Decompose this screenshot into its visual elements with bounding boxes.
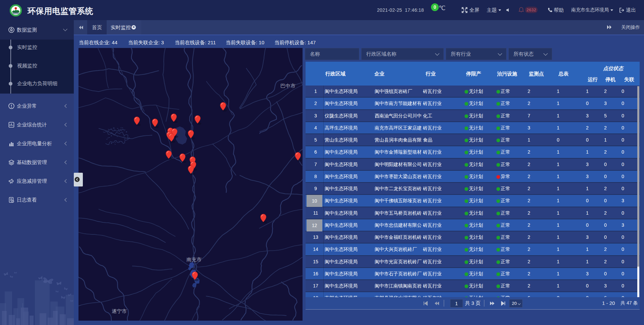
svg-text:遂宁市: 遂宁市 bbox=[112, 308, 127, 314]
svg-text:巴中市: 巴中市 bbox=[280, 83, 296, 89]
svg-text:南充市: 南充市 bbox=[186, 257, 202, 262]
